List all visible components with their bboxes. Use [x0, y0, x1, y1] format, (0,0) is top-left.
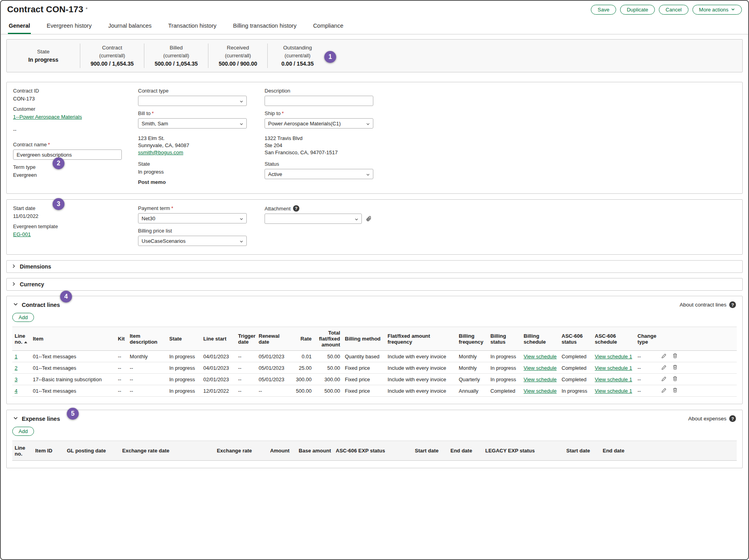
contract-name-input[interactable]: [13, 149, 122, 160]
billing-schedule-link[interactable]: View schedule: [524, 354, 557, 359]
expense-col-header[interactable]: Start date: [564, 441, 600, 461]
col-header-line-no[interactable]: Line no.: [12, 327, 30, 351]
expense-lines-table: Line no.Item IDGL posting dateExchange r…: [12, 441, 737, 461]
edit-line-button[interactable]: [659, 385, 669, 397]
add-expense-line-button[interactable]: Add: [12, 427, 34, 436]
billing-schedule-link[interactable]: View schedule: [524, 376, 557, 382]
expense-col-header[interactable]: ASC-606 EXP status: [333, 441, 412, 461]
currency-section-toggle[interactable]: Currency: [6, 278, 743, 291]
expense-col-header[interactable]: Start date: [412, 441, 448, 461]
col-header-asc606-schedule[interactable]: ASC-606 schedule: [592, 327, 635, 351]
attachment-select[interactable]: [265, 214, 362, 224]
expense-col-header[interactable]: Exchange rate: [195, 441, 254, 461]
col-header-billing-frequency[interactable]: Billing frequency: [456, 327, 488, 351]
expense-col-header[interactable]: Amount: [254, 441, 292, 461]
line-no-link[interactable]: 2: [15, 365, 17, 371]
add-contract-line-button[interactable]: Add: [12, 313, 34, 322]
billing-schedule-link[interactable]: View schedule: [524, 388, 557, 394]
col-header-asc606-status[interactable]: ASC-606 status: [559, 327, 592, 351]
col-header-flat-fixed-frequency[interactable]: Flat/fixed amount frequency: [385, 327, 456, 351]
tab-billing-transaction-history[interactable]: Billing transaction history: [232, 17, 297, 34]
col-header-renewal-date[interactable]: Renewal date: [256, 327, 291, 351]
col-header-rate[interactable]: Rate: [291, 327, 314, 351]
evergreen-template-link[interactable]: EG-001: [13, 231, 31, 237]
contract-lines-toggle[interactable]: Contract lines: [13, 302, 60, 308]
paperclip-icon[interactable]: [365, 216, 372, 222]
cell-flat-fixed-frequency: Include with every invoice: [385, 362, 456, 374]
asc606-schedule-link[interactable]: View schedule 1: [595, 354, 632, 359]
delete-line-button[interactable]: [669, 362, 681, 374]
dimensions-section-toggle[interactable]: Dimensions: [6, 260, 743, 273]
col-header-item[interactable]: Item: [30, 327, 115, 351]
record-note-dot: [86, 8, 87, 9]
expense-col-header[interactable]: Line no.: [12, 441, 33, 461]
col-header-billing-schedule[interactable]: Billing schedule: [521, 327, 559, 351]
billing-price-list-select[interactable]: UseCaseScenarios: [138, 236, 247, 246]
asc606-schedule-link[interactable]: View schedule 1: [595, 388, 632, 394]
more-actions-button[interactable]: More actions: [692, 5, 742, 15]
chevron-down-icon: [239, 99, 244, 105]
cell-renewal-date: --: [256, 385, 291, 397]
edit-line-button[interactable]: [659, 362, 669, 374]
terms-column-2: Payment term* Net30 Billing price list U…: [138, 205, 265, 250]
expense-col-header[interactable]: Item ID: [33, 441, 64, 461]
cell-state: In progress: [167, 362, 201, 374]
about-contract-lines-link[interactable]: About contract lines ?: [679, 301, 736, 308]
col-header-trigger-date[interactable]: Trigger date: [236, 327, 256, 351]
contract-type-select[interactable]: [138, 96, 247, 106]
col-header-billing-status[interactable]: Billing status: [488, 327, 521, 351]
cell-state: In progress: [167, 351, 201, 362]
contract-line-row: 201--Text messages----In progress04/01/2…: [12, 362, 737, 374]
tab-journal-balances[interactable]: Journal balances: [108, 17, 153, 34]
help-icon: ?: [729, 415, 736, 422]
tab-transaction-history[interactable]: Transaction history: [167, 17, 217, 34]
edit-line-button[interactable]: [659, 374, 669, 385]
tab-compliance[interactable]: Compliance: [312, 17, 344, 34]
delete-line-button[interactable]: [669, 385, 681, 397]
line-no-link[interactable]: 1: [15, 354, 17, 359]
expense-col-header[interactable]: Base amount: [292, 441, 333, 461]
cancel-button[interactable]: Cancel: [659, 5, 688, 15]
delete-line-button[interactable]: [669, 351, 681, 362]
expense-col-header[interactable]: End date: [448, 441, 483, 461]
edit-line-button[interactable]: [659, 351, 669, 362]
col-header-item-description[interactable]: Item description: [127, 327, 167, 351]
cell-item: 01--Text messages: [30, 362, 115, 374]
tab-general[interactable]: General: [8, 17, 31, 34]
expense-col-header[interactable]: LEGACY EXP status: [483, 441, 564, 461]
bill-to-email-link[interactable]: ssmith@bogus.com: [138, 149, 183, 155]
customer-link[interactable]: 1--Power Aerospace Materials: [13, 114, 82, 120]
expense-col-header[interactable]: Exchange rate date: [120, 441, 195, 461]
about-expenses-link[interactable]: About expenses ?: [688, 415, 736, 422]
line-no-link[interactable]: 3: [15, 376, 17, 382]
expense-col-header[interactable]: GL posting date: [64, 441, 120, 461]
duplicate-button[interactable]: Duplicate: [620, 5, 655, 15]
help-icon[interactable]: ?: [293, 205, 299, 212]
tab-evergreen-history[interactable]: Evergreen history: [46, 17, 93, 34]
col-header-line-start[interactable]: Line start: [201, 327, 236, 351]
col-header-kit[interactable]: Kit: [115, 327, 127, 351]
expense-lines-toggle[interactable]: Expense lines: [13, 416, 60, 422]
terms-column-1: Start date 11/01/2022 Evergreen template…: [13, 205, 138, 250]
ship-to-select[interactable]: Power Aerospace Materials(C1): [265, 118, 373, 129]
status-select[interactable]: Active: [265, 169, 373, 179]
delete-line-button[interactable]: [669, 374, 681, 385]
filler-cell: [681, 362, 737, 374]
description-input[interactable]: [265, 96, 373, 106]
save-button[interactable]: Save: [591, 5, 616, 15]
line-no-link[interactable]: 4: [15, 388, 17, 394]
billing-price-list-label: Billing price list: [138, 228, 265, 234]
expense-col-header[interactable]: End date: [600, 441, 635, 461]
asc606-schedule-link[interactable]: View schedule 1: [595, 376, 632, 382]
sort-ascending-icon: [24, 341, 27, 343]
col-header-state[interactable]: State: [167, 327, 201, 351]
col-header-total[interactable]: Total flat/fixed amount: [314, 327, 342, 351]
col-header-billing-method[interactable]: Billing method: [342, 327, 385, 351]
asc606-schedule-link[interactable]: View schedule 1: [595, 365, 632, 371]
payment-term-select[interactable]: Net30: [138, 213, 247, 223]
bill-to-select[interactable]: Smith, Sam: [138, 118, 247, 129]
billing-schedule-link[interactable]: View schedule: [524, 365, 557, 371]
chevron-down-icon: [354, 217, 359, 223]
col-header-change-type[interactable]: Change type: [635, 327, 659, 351]
bill-to-address: 123 Elm St. Sunnyvale, CA, 94087 ssmith@…: [138, 135, 265, 156]
